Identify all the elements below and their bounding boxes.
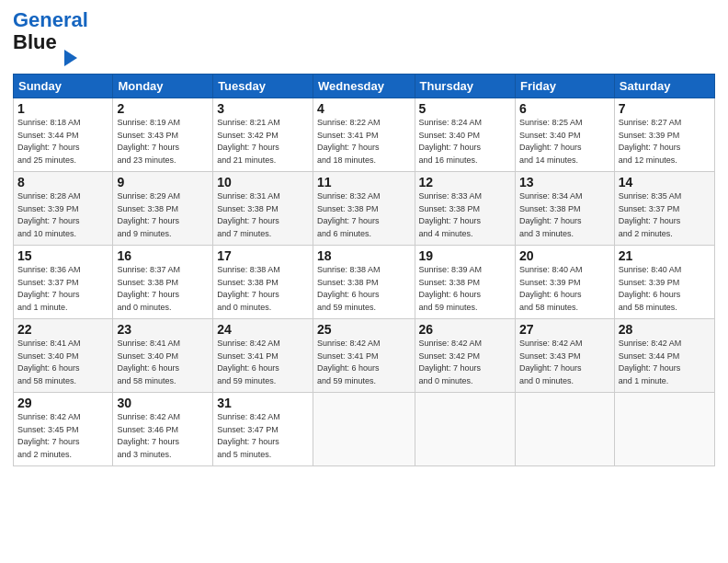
- logo: General Blue: [13, 9, 88, 66]
- day-info: Sunrise: 8:42 AMSunset: 3:43 PMDaylight:…: [519, 339, 583, 385]
- day-cell: 6Sunrise: 8:25 AMSunset: 3:40 PMDaylight…: [515, 98, 614, 172]
- week-row-3: 15Sunrise: 8:36 AMSunset: 3:37 PMDayligh…: [14, 246, 715, 319]
- day-cell: 9Sunrise: 8:29 AMSunset: 3:38 PMDaylight…: [113, 172, 213, 246]
- day-info: Sunrise: 8:41 AMSunset: 3:40 PMDaylight:…: [117, 339, 180, 385]
- logo-text: General Blue: [13, 9, 88, 53]
- day-cell: 14Sunrise: 8:35 AMSunset: 3:37 PMDayligh…: [614, 172, 714, 246]
- day-number: 17: [217, 248, 309, 263]
- day-cell: 12Sunrise: 8:33 AMSunset: 3:38 PMDayligh…: [415, 172, 515, 246]
- day-info: Sunrise: 8:24 AMSunset: 3:40 PMDaylight:…: [419, 118, 483, 165]
- header-row: SundayMondayTuesdayWednesdayThursdayFrid…: [14, 75, 715, 98]
- day-number: 11: [317, 175, 411, 190]
- day-info: Sunrise: 8:22 AMSunset: 3:41 PMDaylight:…: [317, 118, 381, 165]
- day-number: 7: [619, 101, 711, 116]
- day-info: Sunrise: 8:25 AMSunset: 3:40 PMDaylight:…: [519, 118, 583, 165]
- day-info: Sunrise: 8:42 AMSunset: 3:42 PMDaylight:…: [419, 339, 483, 385]
- day-cell: 22Sunrise: 8:41 AMSunset: 3:40 PMDayligh…: [14, 319, 113, 393]
- page-container: General Blue SundayMondayTuesdayWednesda…: [0, 0, 728, 472]
- day-info: Sunrise: 8:32 AMSunset: 3:38 PMDaylight:…: [317, 191, 381, 238]
- col-header-tuesday: Tuesday: [213, 75, 313, 98]
- day-cell: 18Sunrise: 8:38 AMSunset: 3:38 PMDayligh…: [313, 246, 415, 319]
- day-info: Sunrise: 8:34 AMSunset: 3:38 PMDaylight:…: [519, 191, 583, 238]
- day-cell: 27Sunrise: 8:42 AMSunset: 3:43 PMDayligh…: [515, 319, 614, 393]
- day-info: Sunrise: 8:21 AMSunset: 3:42 PMDaylight:…: [217, 118, 280, 165]
- day-info: Sunrise: 8:37 AMSunset: 3:38 PMDaylight:…: [117, 265, 180, 312]
- day-number: 29: [17, 396, 108, 410]
- logo-general: General: [13, 8, 88, 31]
- day-info: Sunrise: 8:28 AMSunset: 3:39 PMDaylight:…: [17, 191, 81, 238]
- day-cell: 28Sunrise: 8:42 AMSunset: 3:44 PMDayligh…: [614, 319, 714, 393]
- day-number: 14: [619, 175, 711, 190]
- day-cell: 24Sunrise: 8:42 AMSunset: 3:41 PMDayligh…: [213, 319, 313, 393]
- day-cell: 19Sunrise: 8:39 AMSunset: 3:38 PMDayligh…: [415, 246, 515, 319]
- day-number: 5: [419, 101, 511, 116]
- day-info: Sunrise: 8:33 AMSunset: 3:38 PMDaylight:…: [419, 191, 483, 238]
- day-number: 27: [519, 322, 610, 337]
- day-number: 23: [117, 322, 209, 337]
- day-number: 4: [317, 101, 411, 116]
- day-cell: [415, 393, 515, 466]
- col-header-thursday: Thursday: [415, 75, 515, 98]
- col-header-friday: Friday: [515, 75, 614, 98]
- day-cell: 26Sunrise: 8:42 AMSunset: 3:42 PMDayligh…: [415, 319, 515, 393]
- day-info: Sunrise: 8:36 AMSunset: 3:37 PMDaylight:…: [17, 265, 81, 312]
- header: General Blue: [13, 9, 715, 66]
- day-number: 18: [317, 248, 411, 263]
- day-info: Sunrise: 8:38 AMSunset: 3:38 PMDaylight:…: [317, 265, 381, 312]
- day-info: Sunrise: 8:39 AMSunset: 3:38 PMDaylight:…: [419, 265, 483, 312]
- day-info: Sunrise: 8:27 AMSunset: 3:39 PMDaylight:…: [619, 118, 682, 165]
- day-number: 13: [519, 175, 610, 190]
- day-number: 15: [17, 248, 108, 263]
- day-cell: 10Sunrise: 8:31 AMSunset: 3:38 PMDayligh…: [213, 172, 313, 246]
- day-cell: 7Sunrise: 8:27 AMSunset: 3:39 PMDaylight…: [614, 98, 714, 172]
- day-info: Sunrise: 8:31 AMSunset: 3:38 PMDaylight:…: [217, 191, 280, 238]
- day-info: Sunrise: 8:19 AMSunset: 3:43 PMDaylight:…: [117, 118, 180, 165]
- week-row-4: 22Sunrise: 8:41 AMSunset: 3:40 PMDayligh…: [14, 319, 715, 393]
- day-info: Sunrise: 8:42 AMSunset: 3:45 PMDaylight:…: [17, 412, 81, 459]
- day-number: 22: [17, 322, 108, 337]
- day-cell: 31Sunrise: 8:42 AMSunset: 3:47 PMDayligh…: [213, 393, 313, 466]
- day-number: 28: [619, 322, 711, 337]
- week-row-1: 1Sunrise: 8:18 AMSunset: 3:44 PMDaylight…: [14, 98, 715, 172]
- col-header-wednesday: Wednesday: [313, 75, 415, 98]
- day-cell: 3Sunrise: 8:21 AMSunset: 3:42 PMDaylight…: [213, 98, 313, 172]
- day-info: Sunrise: 8:40 AMSunset: 3:39 PMDaylight:…: [619, 265, 682, 312]
- day-number: 21: [619, 248, 711, 263]
- calendar-table: SundayMondayTuesdayWednesdayThursdayFrid…: [13, 74, 715, 466]
- day-cell: [614, 393, 714, 466]
- day-number: 30: [117, 396, 209, 410]
- day-info: Sunrise: 8:40 AMSunset: 3:39 PMDaylight:…: [519, 265, 583, 312]
- day-cell: 17Sunrise: 8:38 AMSunset: 3:38 PMDayligh…: [213, 246, 313, 319]
- day-number: 31: [217, 396, 309, 410]
- day-number: 6: [519, 101, 610, 116]
- col-header-monday: Monday: [113, 75, 213, 98]
- day-cell: 5Sunrise: 8:24 AMSunset: 3:40 PMDaylight…: [415, 98, 515, 172]
- day-cell: [313, 393, 415, 466]
- day-info: Sunrise: 8:42 AMSunset: 3:44 PMDaylight:…: [619, 339, 682, 385]
- day-number: 10: [217, 175, 309, 190]
- day-number: 26: [419, 322, 511, 337]
- day-info: Sunrise: 8:42 AMSunset: 3:47 PMDaylight:…: [217, 412, 280, 459]
- day-cell: 2Sunrise: 8:19 AMSunset: 3:43 PMDaylight…: [113, 98, 213, 172]
- day-info: Sunrise: 8:42 AMSunset: 3:41 PMDaylight:…: [317, 339, 381, 385]
- day-cell: 11Sunrise: 8:32 AMSunset: 3:38 PMDayligh…: [313, 172, 415, 246]
- day-number: 19: [419, 248, 511, 263]
- day-cell: 16Sunrise: 8:37 AMSunset: 3:38 PMDayligh…: [113, 246, 213, 319]
- day-cell: 15Sunrise: 8:36 AMSunset: 3:37 PMDayligh…: [14, 246, 113, 319]
- day-cell: 23Sunrise: 8:41 AMSunset: 3:40 PMDayligh…: [113, 319, 213, 393]
- day-cell: 29Sunrise: 8:42 AMSunset: 3:45 PMDayligh…: [14, 393, 113, 466]
- week-row-2: 8Sunrise: 8:28 AMSunset: 3:39 PMDaylight…: [14, 172, 715, 246]
- day-info: Sunrise: 8:41 AMSunset: 3:40 PMDaylight:…: [17, 339, 81, 385]
- day-number: 12: [419, 175, 511, 190]
- day-info: Sunrise: 8:35 AMSunset: 3:37 PMDaylight:…: [619, 191, 682, 238]
- day-number: 16: [117, 248, 209, 263]
- col-header-sunday: Sunday: [14, 75, 113, 98]
- day-cell: 8Sunrise: 8:28 AMSunset: 3:39 PMDaylight…: [14, 172, 113, 246]
- logo-blue: Blue: [13, 30, 57, 53]
- day-number: 2: [117, 101, 209, 116]
- day-number: 9: [117, 175, 209, 190]
- day-cell: 1Sunrise: 8:18 AMSunset: 3:44 PMDaylight…: [14, 98, 113, 172]
- day-cell: 20Sunrise: 8:40 AMSunset: 3:39 PMDayligh…: [515, 246, 614, 319]
- day-cell: 25Sunrise: 8:42 AMSunset: 3:41 PMDayligh…: [313, 319, 415, 393]
- day-number: 3: [217, 101, 309, 116]
